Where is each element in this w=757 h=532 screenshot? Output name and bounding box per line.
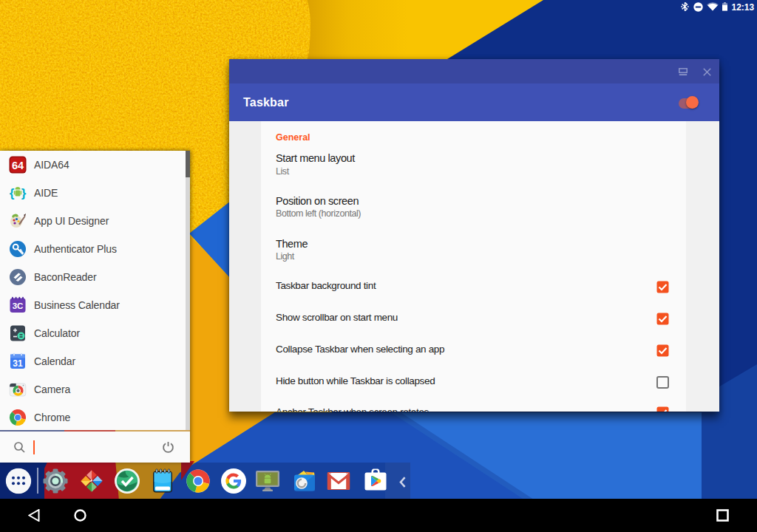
- svg-text:{: {: [10, 186, 15, 200]
- svg-text:64: 64: [12, 160, 24, 171]
- svg-text:31: 31: [13, 358, 23, 369]
- svg-text:3C: 3C: [13, 301, 24, 310]
- svg-text:}: }: [21, 186, 27, 200]
